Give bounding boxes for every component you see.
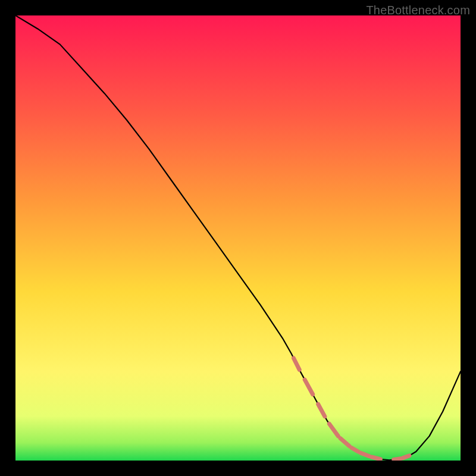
dash-marker (394, 459, 400, 460)
gradient-background (15, 15, 461, 461)
dash-marker (371, 457, 380, 459)
dash-marker (403, 456, 409, 458)
chart-frame: TheBottleneck.com (0, 0, 476, 476)
plot-area (15, 15, 461, 461)
chart-svg (15, 15, 461, 461)
watermark-text: TheBottleneck.com (366, 4, 470, 17)
